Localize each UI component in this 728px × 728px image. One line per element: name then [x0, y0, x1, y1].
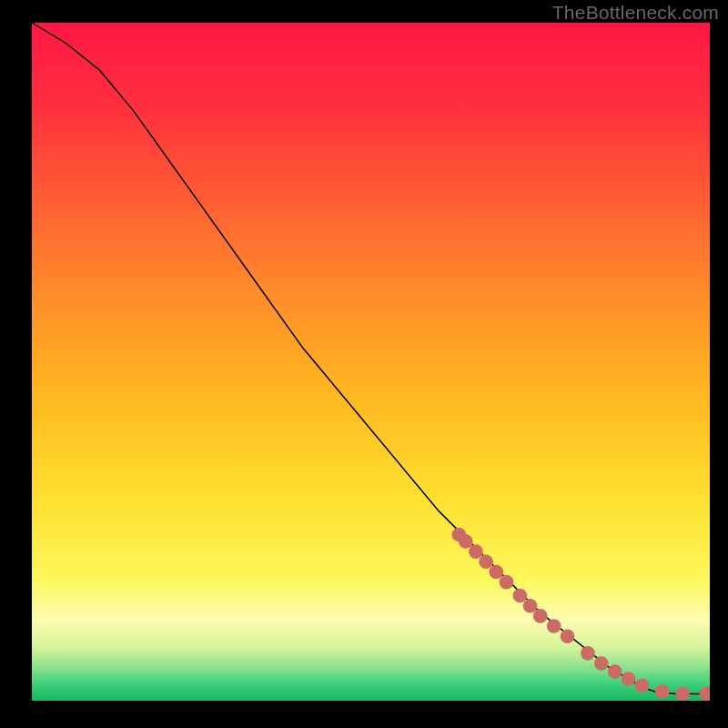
- marker-dot: [581, 646, 595, 661]
- marker-dot: [469, 544, 483, 559]
- marker-dot: [490, 565, 504, 580]
- marker-dot: [500, 575, 514, 590]
- marker-dot: [655, 684, 670, 699]
- marker-dot: [675, 687, 690, 701]
- marker-dot: [547, 619, 561, 633]
- marker-dot: [513, 589, 528, 603]
- marker-dot: [533, 609, 548, 623]
- marker-dot: [479, 554, 493, 569]
- marker-dot: [622, 672, 636, 686]
- watermark-label: TheBottleneck.com: [552, 2, 719, 24]
- marker-dot: [561, 629, 575, 643]
- marker-dot: [523, 599, 538, 613]
- plot-area: [32, 23, 710, 701]
- curve-path: [32, 23, 710, 694]
- marker-dot: [699, 687, 710, 701]
- marker-group: [452, 528, 710, 701]
- marker-dot: [459, 534, 473, 549]
- marker-dot: [594, 656, 609, 671]
- marker-dot: [635, 679, 650, 693]
- chart-frame: TheBottleneck.com: [0, 0, 728, 728]
- chart-svg: [32, 23, 710, 701]
- marker-dot: [608, 664, 622, 679]
